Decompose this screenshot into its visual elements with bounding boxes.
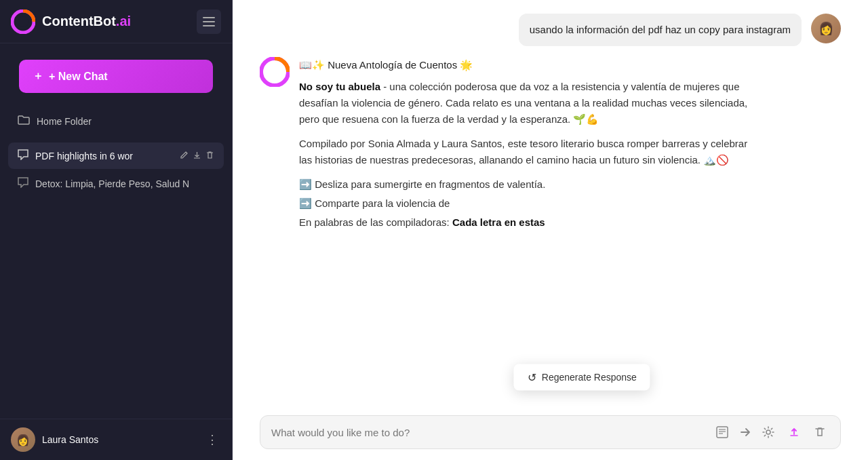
chat-history-section: PDF highlights in 6 wor [0,140,232,201]
bot-paragraph2: Compilado por Sonia Almada y Laura Santo… [299,136,760,168]
logo-area: ContentBot.ai [11,9,131,34]
bot-paragraph3: En palabras de las compiladoras: Cada le… [299,214,760,231]
logo-icon [11,9,35,34]
bot-bullet1: ➡️ Desliza para sumergirte en fragmentos… [299,176,760,193]
svg-rect-4 [203,25,215,26]
plus-icon: ＋ [33,69,43,83]
chat-bubble-icon-2 [18,177,28,190]
edit-icon[interactable] [180,151,189,161]
chat-input[interactable] [271,427,706,438]
svg-rect-7 [717,427,728,438]
folders-section: Home Folder [0,104,232,140]
bot-paragraph3-bold: Cada letra en estas [452,216,545,228]
folder-icon [18,115,30,128]
chat-item-pdf-label: PDF highlights in 6 wor [35,151,173,161]
user-message-text: usando la información del pdf haz un cop… [530,24,791,35]
bot-paragraph3-start: En palabras de las compiladoras: [299,216,452,228]
svg-point-1 [18,16,28,27]
chat-item-detox[interactable]: Detox: Limpia, Pierde Peso, Salud N [8,170,224,197]
sidebar: ContentBot.ai ＋ + New Chat Home Folder [0,0,233,460]
user-name: Laura Santos [42,434,98,445]
regenerate-icon: ↺ [528,370,536,383]
book-icon-button[interactable] [713,423,732,442]
bot-title-line: 📖✨ Nueva Antología de Cuentos 🌟 [299,57,760,73]
user-message-avatar: 👩 [811,14,841,43]
menu-button[interactable] [197,9,221,34]
settings-icon-button[interactable] [759,423,778,442]
new-chat-button[interactable]: ＋ + New Chat [19,60,213,93]
regenerate-popup[interactable]: ↺ Regenerate Response [514,364,650,390]
chat-item-pdf-actions [180,151,214,161]
user-message-bubble: usando la información del pdf haz un cop… [519,14,802,46]
trash-icon[interactable] [205,151,214,161]
bot-bullet2-part2: ra la violencia de [374,197,450,209]
user-menu-button[interactable]: ⋮ [203,429,221,450]
new-chat-section: ＋ + New Chat [0,43,232,104]
input-actions [713,423,829,442]
sidebar-header: ContentBot.ai [0,0,232,43]
svg-rect-3 [203,21,215,22]
send-button[interactable] [738,425,752,439]
delete-icon-button[interactable] [810,423,829,442]
svg-rect-2 [203,17,215,18]
app-name-suffix: .ai [116,14,131,28]
bot-message-bubble: 📖✨ Nueva Antología de Cuentos 🌟 No soy t… [299,57,760,239]
home-folder-label: Home Folder [37,116,92,127]
svg-point-11 [766,430,770,434]
bot-bullet2-text: ➡️ Comparte para la violencia de [299,195,450,212]
chat-item-detox-label: Detox: Limpia, Pierde Peso, Salud N [35,178,214,189]
bot-bold-text: No soy tu abuela [299,81,380,92]
user-message-row: usando la información del pdf haz un cop… [260,14,841,46]
new-chat-label: + New Chat [49,71,108,83]
user-area: 👩 Laura Santos [11,427,98,452]
download-icon[interactable] [193,151,201,161]
input-area [233,407,868,460]
bot-bullet1-text: ➡️ Desliza para sumergirte en fragmentos… [299,176,545,193]
sidebar-footer: 👩 Laura Santos ⋮ [0,419,232,460]
bot-avatar [260,57,290,87]
chat-messages: usando la información del pdf haz un cop… [233,0,868,407]
bot-bullet2-part1: ➡️ Comparte pa [299,197,374,209]
input-wrapper [260,415,841,449]
chat-bubble-icon [18,149,28,162]
upload-icon-button[interactable] [785,423,804,442]
bot-paragraph1: No soy tu abuela - una colección poderos… [299,79,760,128]
regenerate-label: Regenerate Response [542,372,637,383]
bot-bullet2: ➡️ Comparte para la violencia de [299,195,760,212]
user-avatar: 👩 [11,427,35,452]
svg-point-6 [268,65,281,79]
hamburger-icon [203,17,215,26]
chat-item-pdf[interactable]: PDF highlights in 6 wor [8,142,224,169]
app-name: ContentBot.ai [42,14,131,29]
bot-message-row: 📖✨ Nueva Antología de Cuentos 🌟 No soy t… [260,57,841,239]
home-folder-item[interactable]: Home Folder [8,107,224,136]
main-content: usando la información del pdf haz un cop… [233,0,868,460]
bot-title-text: 📖✨ Nueva Antología de Cuentos 🌟 [299,59,473,71]
